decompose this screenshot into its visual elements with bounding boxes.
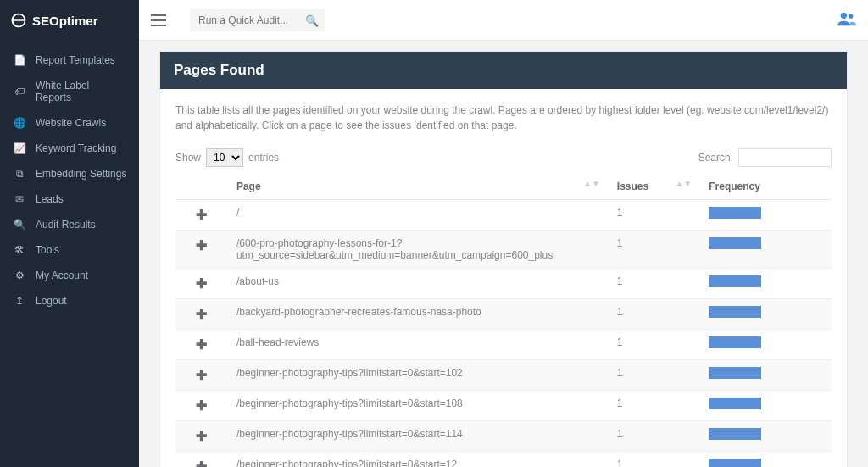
- menu-toggle-button[interactable]: [151, 14, 166, 26]
- table-row[interactable]: ✚/beginner-photography-tips?limitstart=0…: [175, 421, 832, 452]
- tag-icon: 🏷: [12, 86, 27, 97]
- topbar: 🔍: [139, 0, 868, 41]
- expand-button[interactable]: ✚: [175, 452, 228, 468]
- search-icon: 🔍: [305, 14, 319, 26]
- frequency-bar: [709, 275, 761, 287]
- cell-issues: 1: [609, 360, 700, 391]
- frequency-bar: [709, 367, 761, 379]
- svg-point-2: [849, 14, 854, 19]
- expand-button[interactable]: ✚: [175, 269, 228, 299]
- svg-point-1: [841, 13, 847, 19]
- expand-button[interactable]: ✚: [175, 231, 228, 269]
- cell-issues: 1: [609, 269, 700, 299]
- globe-icon: 🌐: [12, 117, 27, 129]
- sidebar-item-logout[interactable]: ↥Logout: [0, 288, 139, 314]
- gear-icon: ⚙: [12, 270, 27, 281]
- expand-button[interactable]: ✚: [175, 330, 228, 360]
- table-row[interactable]: ✚/ball-head-reviews1: [175, 330, 832, 360]
- frequency-bar: [709, 336, 761, 348]
- sidebar-item-audit-results[interactable]: 🔍Audit Results: [0, 212, 139, 237]
- cell-page: /about-us: [228, 269, 609, 299]
- sidebar-item-label: Audit Results: [36, 219, 96, 231]
- table-row[interactable]: ✚/600-pro-photography-lessons-for-1?utm_…: [175, 231, 832, 269]
- logo-text: SEOptimer: [32, 14, 98, 28]
- cell-frequency: [700, 330, 832, 360]
- sidebar: SEOptimer 📄Report Templates 🏷White Label…: [0, 0, 139, 467]
- cell-issues: 1: [609, 421, 700, 452]
- table-row[interactable]: ✚/beginner-photography-tips?limitstart=0…: [175, 360, 832, 391]
- sort-icon: ▲▼: [583, 181, 600, 187]
- cell-frequency: [700, 360, 832, 391]
- expand-button[interactable]: ✚: [175, 360, 228, 391]
- sidebar-item-label: Logout: [36, 295, 67, 307]
- table-row[interactable]: ✚/about-us1: [175, 269, 832, 299]
- panel-body: This table lists all the pages identifie…: [160, 89, 847, 467]
- sidebar-item-tools[interactable]: 🛠Tools: [0, 237, 139, 263]
- sidebar-item-leads[interactable]: ✉Leads: [0, 186, 139, 212]
- cell-page: /beginner-photography-tips?limitstart=0&…: [228, 360, 609, 391]
- logo-icon: [10, 12, 27, 29]
- chart-icon: 📈: [12, 142, 27, 154]
- cell-page: /ball-head-reviews: [228, 330, 609, 360]
- cell-issues: 1: [609, 231, 700, 269]
- search-icon: 🔍: [12, 219, 27, 231]
- sidebar-item-label: Tools: [36, 244, 59, 256]
- entries-label: entries: [248, 152, 279, 164]
- cell-page: /: [228, 200, 609, 231]
- content: Pages Found This table lists all the pag…: [139, 41, 868, 467]
- entries-select[interactable]: 10: [206, 148, 243, 167]
- logo: SEOptimer: [0, 0, 139, 41]
- col-page[interactable]: Page▲▼: [228, 174, 609, 200]
- cell-page: /beginner-photography-tips?limitstart=0&…: [228, 452, 609, 468]
- table-row[interactable]: ✚/1: [175, 200, 832, 231]
- sidebar-item-label: White Label Reports: [36, 80, 127, 103]
- frequency-bar: [709, 428, 761, 440]
- sidebar-item-label: Embedding Settings: [36, 168, 126, 180]
- expand-button[interactable]: ✚: [175, 299, 228, 330]
- cell-frequency: [700, 391, 832, 421]
- sidebar-item-website-crawls[interactable]: 🌐Website Crawls: [0, 110, 139, 136]
- expand-button[interactable]: ✚: [175, 391, 228, 421]
- frequency-bar: [709, 207, 761, 219]
- embed-icon: ⧉: [12, 168, 27, 180]
- expand-button[interactable]: ✚: [175, 421, 228, 452]
- table-search-input[interactable]: [738, 148, 832, 167]
- table-row[interactable]: ✚/backyard-photographer-recreates-famous…: [175, 299, 832, 330]
- sidebar-item-label: Website Crawls: [36, 117, 106, 129]
- frequency-bar: [709, 306, 761, 318]
- sidebar-item-embedding-settings[interactable]: ⧉Embedding Settings: [0, 161, 139, 186]
- user-menu[interactable]: [837, 11, 856, 29]
- cell-issues: 1: [609, 200, 700, 231]
- col-frequency[interactable]: Frequency: [700, 174, 832, 200]
- cell-page: /backyard-photographer-recreates-famous-…: [228, 299, 609, 330]
- cell-issues: 1: [609, 330, 700, 360]
- tools-icon: 🛠: [12, 244, 27, 256]
- show-label: Show: [175, 152, 201, 164]
- sidebar-item-label: Keyword Tracking: [36, 142, 116, 154]
- sidebar-item-white-label[interactable]: 🏷White Label Reports: [0, 73, 139, 110]
- search-label: Search:: [698, 152, 733, 164]
- table-search: Search:: [698, 148, 832, 167]
- col-issues[interactable]: Issues▲▼: [609, 174, 700, 200]
- sidebar-item-keyword-tracking[interactable]: 📈Keyword Tracking: [0, 136, 139, 161]
- quick-audit-search: 🔍: [190, 9, 326, 31]
- sidebar-item-label: Leads: [36, 193, 64, 205]
- cell-frequency: [700, 421, 832, 452]
- frequency-bar: [709, 237, 761, 249]
- expand-button[interactable]: ✚: [175, 200, 228, 231]
- cell-page: /600-pro-photography-lessons-for-1?utm_s…: [228, 231, 609, 269]
- cell-frequency: [700, 200, 832, 231]
- pages-table: Page▲▼ Issues▲▼ Frequency ✚/1✚/600-pro-p…: [175, 174, 832, 467]
- logout-icon: ↥: [12, 295, 27, 307]
- cell-page: /beginner-photography-tips?limitstart=0&…: [228, 421, 609, 452]
- cell-frequency: [700, 299, 832, 330]
- table-row[interactable]: ✚/beginner-photography-tips?limitstart=0…: [175, 391, 832, 421]
- sidebar-item-report-templates[interactable]: 📄Report Templates: [0, 47, 139, 73]
- cell-frequency: [700, 452, 832, 468]
- table-row[interactable]: ✚/beginner-photography-tips?limitstart=0…: [175, 452, 832, 468]
- sidebar-item-my-account[interactable]: ⚙My Account: [0, 263, 139, 288]
- nav-list: 📄Report Templates 🏷White Label Reports 🌐…: [0, 41, 139, 314]
- cell-frequency: [700, 269, 832, 299]
- main: 🔍 Pages Found This table lists all the p…: [139, 0, 868, 467]
- cell-page: /beginner-photography-tips?limitstart=0&…: [228, 391, 609, 421]
